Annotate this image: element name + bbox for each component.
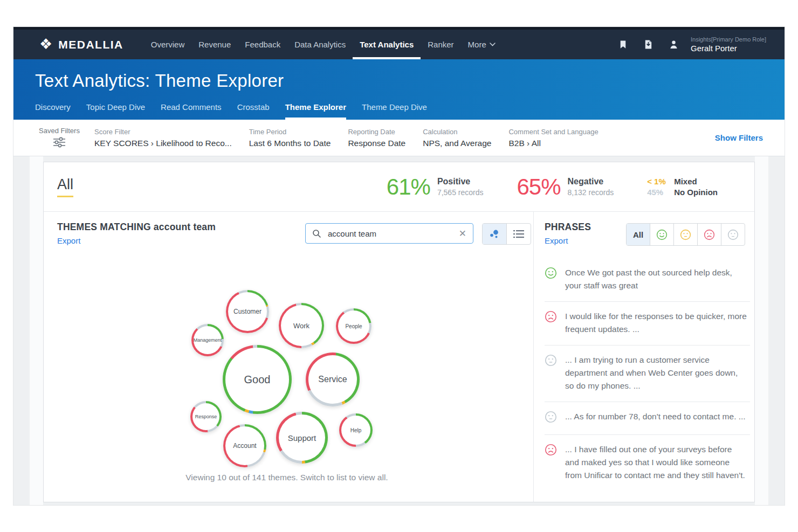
tab-read-comments[interactable]: Read Comments	[161, 102, 222, 120]
clear-search-icon[interactable]: ✕	[459, 229, 466, 238]
right-gutter	[755, 156, 768, 505]
tab-discovery[interactable]: Discovery	[35, 102, 71, 120]
themes-pane: THEMES MATCHING account team Export ✕	[44, 212, 533, 502]
tab-theme-explorer[interactable]: Theme Explorer	[285, 102, 346, 120]
app-window: ❖ MEDALLIA OverviewRevenueFeedbackData A…	[13, 27, 785, 505]
theme-search-input[interactable]	[327, 229, 459, 239]
theme-bubble-service[interactable]: Service	[306, 353, 360, 406]
negative-face-icon	[704, 229, 715, 240]
nav-item-more[interactable]: More	[461, 30, 503, 59]
stat-minor: < 1%Mixed45%No Opinion	[647, 177, 718, 197]
sentiment-filter-negative[interactable]	[697, 224, 721, 245]
search-icon	[312, 229, 321, 238]
sentiment-filter-positive[interactable]	[650, 224, 673, 245]
stat-positive: 61%Positive7,565 records	[387, 174, 484, 200]
phrase-item[interactable]: Once We got past the out sourced help de…	[545, 258, 750, 302]
medallia-logo[interactable]: ❖ MEDALLIA	[39, 37, 123, 52]
theme-bubble-customer[interactable]: Customer	[226, 290, 269, 333]
nav-item-ranker[interactable]: Ranker	[421, 30, 460, 59]
theme-bubble-management[interactable]: Management	[191, 324, 224, 356]
show-filters-link[interactable]: Show Filters	[715, 133, 763, 142]
themes-title: THEMES MATCHING account team	[57, 222, 216, 233]
top-navigation: ❖ MEDALLIA OverviewRevenueFeedbackData A…	[13, 27, 785, 59]
sentiment-filter-neutral[interactable]	[721, 224, 745, 245]
filter-comment-set-and-language[interactable]: Comment Set and LanguageB2B › All	[508, 128, 598, 148]
content-area: All 61%Positive7,565 records65%Negative8…	[13, 156, 785, 505]
user-icon[interactable]	[669, 39, 679, 50]
medallia-diamond-icon: ❖	[39, 37, 52, 52]
nav-item-feedback[interactable]: Feedback	[238, 30, 287, 59]
main-nav: OverviewRevenueFeedbackData AnalyticsTex…	[144, 30, 503, 59]
filter-calculation[interactable]: CalculationNPS, and Average	[423, 128, 491, 148]
phrases-header: PHRASES Export	[545, 222, 591, 245]
bubble-chart-caption: Viewing 10 out of 141 themes. Switch to …	[104, 473, 470, 482]
theme-bubble-support[interactable]: Support	[276, 412, 328, 464]
filter-reporting-date[interactable]: Reporting DateResponse Date	[348, 128, 405, 148]
phrase-list: Once We got past the out sourced help de…	[545, 258, 750, 502]
banner-tabs: DiscoveryTopic Deep DiveRead CommentsCro…	[35, 102, 427, 120]
download-document-icon[interactable]	[643, 39, 653, 50]
view-toggle	[482, 223, 531, 245]
filter-bar: Saved Filters Score FilterKEY SCORES › L…	[13, 120, 785, 156]
phrase-item[interactable]: I would like for the responses to be qui…	[545, 302, 750, 346]
themes-header: THEMES MATCHING account team Export	[57, 222, 216, 245]
theme-bubble-good[interactable]: Good	[223, 345, 292, 414]
bubble-view-icon	[488, 228, 501, 240]
bubble-view-button[interactable]	[483, 224, 506, 244]
user-block[interactable]: Insights[Primary Demo Role] Geralt Porte…	[691, 36, 766, 54]
theme-bubble-account[interactable]: Account	[223, 424, 266, 467]
phrase-item[interactable]: ... I have filled out one of your survey…	[545, 435, 750, 491]
mixed-face-icon	[680, 229, 691, 240]
chevron-down-icon	[490, 43, 496, 46]
saved-filters-label: Saved Filters	[36, 127, 82, 135]
sentiment-stats: 61%Positive7,565 records65%Negative8,132…	[387, 174, 733, 200]
nav-right-controls: Insights[Primary Demo Role] Geralt Porte…	[618, 36, 785, 54]
user-name: Geralt Porter	[691, 43, 766, 54]
themes-export-link[interactable]: Export	[57, 236, 216, 245]
main-card: All 61%Positive7,565 records65%Negative8…	[43, 162, 755, 502]
list-view-button[interactable]	[506, 224, 531, 244]
neutral-face-icon	[545, 354, 557, 367]
page-title: Text Analytics: Theme Explorer	[35, 59, 763, 91]
nav-item-revenue[interactable]: Revenue	[191, 30, 238, 59]
phrase-item[interactable]: ... I am trying to run a customer servic…	[545, 346, 750, 402]
user-role: Insights[Primary Demo Role]	[691, 36, 766, 43]
sentiment-filter-mixed[interactable]	[673, 224, 697, 245]
filter-columns: Score FilterKEY SCORES › Likelihood to R…	[94, 128, 616, 148]
theme-bubble-response[interactable]: Response	[190, 401, 222, 432]
nav-item-text-analytics[interactable]: Text Analytics	[353, 30, 421, 59]
theme-search: ✕	[305, 223, 473, 244]
sentiment-filter-all[interactable]: All	[627, 224, 650, 245]
theme-bubble-work[interactable]: Work	[279, 303, 324, 348]
neutral-face-icon	[727, 229, 739, 240]
theme-bubble-help[interactable]: Help	[339, 413, 373, 447]
summary-row: All 61%Positive7,565 records65%Negative8…	[44, 162, 754, 212]
stat-negative: 65%Negative8,132 records	[517, 174, 614, 200]
negative-face-icon	[545, 444, 557, 456]
scope-label[interactable]: All	[57, 176, 73, 197]
brand-name: MEDALLIA	[58, 38, 123, 51]
bookmark-icon[interactable]	[618, 39, 628, 50]
nav-item-data-analytics[interactable]: Data Analytics	[287, 30, 353, 59]
phrases-pane: PHRASES Export All Once We got past the …	[533, 212, 754, 502]
nav-item-overview[interactable]: Overview	[144, 30, 192, 59]
negative-face-icon	[545, 310, 557, 323]
sentiment-filter: All	[626, 223, 745, 246]
sliders-icon	[51, 137, 67, 148]
phrases-export-link[interactable]: Export	[545, 236, 591, 245]
phrases-title: PHRASES	[545, 222, 591, 233]
filter-score-filter[interactable]: Score FilterKEY SCORES › Likelihood to R…	[94, 128, 232, 148]
neutral-face-icon	[545, 411, 557, 423]
list-view-icon	[513, 229, 525, 239]
saved-filters-button[interactable]: Saved Filters	[36, 127, 82, 149]
positive-face-icon	[656, 229, 668, 240]
page-banner: Text Analytics: Theme Explorer Discovery…	[13, 59, 785, 120]
phrase-item[interactable]: ... As for number 78, don't need to cont…	[545, 402, 750, 435]
filter-time-period[interactable]: Time PeriodLast 6 Months to Date	[249, 128, 331, 148]
theme-bubble-people[interactable]: People	[336, 308, 372, 344]
positive-face-icon	[545, 267, 557, 279]
tab-crosstab[interactable]: Crosstab	[237, 102, 270, 120]
tab-theme-deep-dive[interactable]: Theme Deep Dive	[362, 102, 427, 120]
left-gutter	[30, 156, 43, 505]
tab-topic-deep-dive[interactable]: Topic Deep Dive	[86, 102, 145, 120]
